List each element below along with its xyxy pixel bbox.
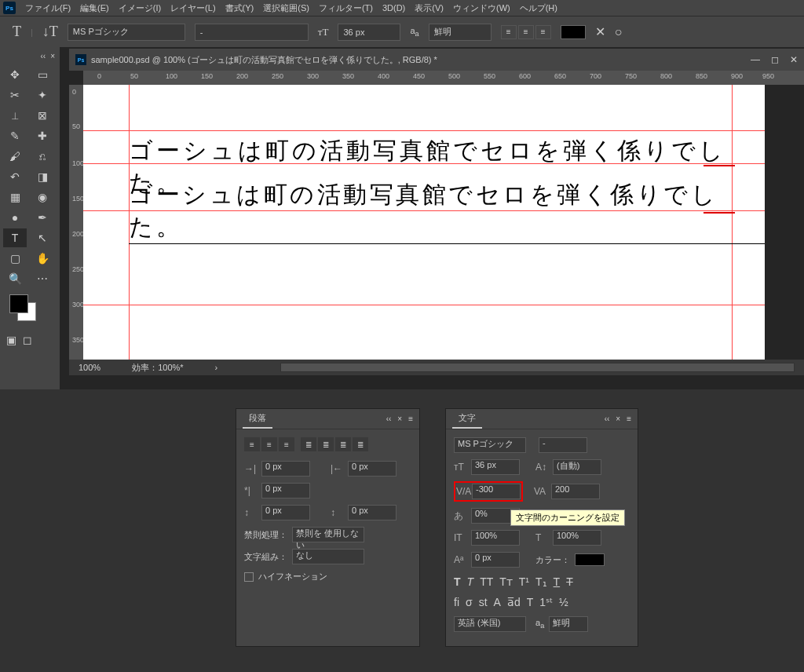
align-center-icon[interactable]: ≡ [518, 25, 534, 39]
char-kerning-input[interactable]: -300 [472, 484, 521, 499]
smallcaps-icon[interactable]: Tᴛ [499, 575, 513, 588]
text-tool-icon[interactable]: T [3, 228, 27, 247]
menu-filter[interactable]: フィルター(T) [319, 2, 373, 14]
wand-tool-icon[interactable]: ✦ [31, 86, 54, 104]
blur-tool-icon[interactable]: ◉ [31, 188, 54, 206]
char-vscale-input[interactable]: 100% [471, 530, 520, 546]
maximize-icon[interactable]: ◻ [771, 54, 779, 65]
collapse-icon[interactable]: ‹‹ [386, 415, 392, 423]
space-before-input[interactable]: 0 px [261, 505, 310, 520]
font-size-select[interactable]: 36 px [338, 24, 400, 41]
close-icon[interactable]: × [50, 52, 55, 60]
char-leading-input[interactable]: (自動) [553, 459, 601, 475]
close-icon[interactable]: × [397, 415, 402, 423]
sigma-icon[interactable]: σ [466, 596, 473, 608]
menu-image[interactable]: イメージ(I) [119, 2, 161, 14]
indent-first-input[interactable]: 0 px [261, 483, 310, 499]
align-left-icon[interactable]: ≡ [501, 25, 517, 39]
st-icon[interactable]: st [479, 596, 488, 608]
frac-icon[interactable]: ½ [559, 596, 568, 608]
indent-left-input[interactable]: 0 px [261, 461, 310, 477]
hand-tool-icon[interactable]: ✋ [31, 249, 54, 268]
heal-tool-icon[interactable]: ✚ [31, 126, 54, 145]
char-color-swatch[interactable] [575, 553, 605, 566]
collapse-icon[interactable]: ‹‹ [605, 415, 610, 423]
eyedropper-tool-icon[interactable]: ✎ [3, 126, 27, 145]
canvas[interactable]: ゴーシュは町の活動写真館でセロを弾く係りでした。 ゴーシュは町の活動写真館でセロ… [83, 85, 765, 360]
oldt-icon[interactable]: T [527, 596, 534, 608]
menu-icon[interactable]: ≡ [627, 415, 631, 423]
char-hscale-input[interactable]: 100% [553, 530, 601, 546]
lasso-tool-icon[interactable]: ✂ [3, 86, 27, 104]
italic-icon[interactable]: T [467, 575, 474, 588]
justify-left-icon[interactable]: ≣ [301, 437, 316, 451]
scrollbar[interactable] [280, 363, 795, 372]
zoom-level[interactable]: 100% [79, 363, 100, 372]
char-size-input[interactable]: 36 px [471, 459, 520, 475]
space-after-input[interactable]: 0 px [348, 505, 397, 520]
1st-icon[interactable]: 1ˢᵗ [539, 596, 553, 608]
stamp-tool-icon[interactable]: ⎌ [31, 147, 54, 166]
quickmask-icon[interactable]: ▣ [6, 334, 16, 346]
move-tool-icon[interactable]: ✥ [3, 65, 27, 84]
fi-icon[interactable]: fi [454, 596, 459, 608]
gradient-tool-icon[interactable]: ▦ [3, 188, 27, 206]
color-swatches[interactable] [0, 291, 60, 331]
eraser-tool-icon[interactable]: ◨ [31, 167, 54, 186]
path-tool-icon[interactable]: ↖ [31, 228, 54, 247]
ad-icon[interactable]: a̅d [507, 596, 521, 608]
justify-center-icon[interactable]: ≣ [318, 437, 334, 451]
indent-right-input[interactable]: 0 px [348, 461, 397, 477]
zoom-tool-icon[interactable]: 🔍 [3, 269, 27, 288]
dodge-tool-icon[interactable]: ● [3, 208, 27, 227]
panel-tab-paragraph[interactable]: 段落 [243, 409, 272, 429]
mojikumi-select[interactable]: なし [292, 549, 364, 564]
strike-icon[interactable]: T [566, 575, 573, 588]
menu-file[interactable]: ファイル(F) [25, 2, 71, 14]
collapse-icon[interactable]: ‹‹ [40, 52, 46, 60]
menu-icon[interactable]: ≡ [408, 415, 413, 423]
caps-icon[interactable]: TT [480, 575, 493, 588]
frame-tool-icon[interactable]: ⊠ [31, 106, 54, 125]
minimize-icon[interactable]: — [751, 54, 760, 65]
menu-3d[interactable]: 3D(D) [382, 3, 405, 13]
menu-edit[interactable]: 編集(E) [80, 2, 109, 14]
char-aa-select[interactable]: 鮮明 [549, 616, 588, 632]
shape-tool-icon[interactable]: ▢ [3, 249, 27, 268]
text-orient-icon[interactable]: ↓T [42, 24, 58, 40]
justify-right-icon[interactable]: ≣ [335, 437, 351, 451]
canvas-text-2[interactable]: ゴーシュは町の活動写真館でセロを弾く係りでした。 [129, 179, 765, 244]
fg-color-swatch[interactable] [9, 294, 28, 313]
char-lang-select[interactable]: 英語 (米国) [454, 616, 526, 632]
align-right-icon[interactable]: ≡ [279, 437, 294, 451]
aa-select[interactable]: 鮮明 [429, 24, 492, 41]
kinsoku-select[interactable]: 禁則を 使用しない [292, 527, 364, 542]
screenmode-icon[interactable]: ◻ [23, 334, 32, 346]
font-style-select[interactable]: - [195, 24, 309, 41]
justify-all-icon[interactable]: ≣ [353, 437, 368, 451]
bold-icon[interactable]: T [454, 575, 461, 588]
char-tracking-input[interactable]: 200 [551, 484, 600, 499]
panel-tab-character[interactable]: 文字 [452, 409, 482, 429]
menu-type[interactable]: 書式(Y) [225, 2, 254, 14]
font-family-select[interactable]: MS Pゴシック [68, 24, 185, 41]
align-right-icon[interactable]: ≡ [535, 25, 551, 39]
align-center-icon[interactable]: ≡ [261, 437, 277, 451]
menu-help[interactable]: ヘルプ(H) [520, 2, 557, 14]
super-icon[interactable]: T¹ [519, 575, 529, 588]
char-baseline-input[interactable]: 0 px [471, 552, 520, 568]
chevron-right-icon[interactable]: › [215, 363, 218, 372]
sub-icon[interactable]: T₁ [535, 575, 547, 588]
menu-view[interactable]: 表示(V) [415, 2, 444, 14]
history-tool-icon[interactable]: ↶ [3, 167, 27, 186]
commit-icon[interactable]: ○ [615, 25, 623, 39]
more-tool-icon[interactable]: ⋯ [31, 269, 54, 288]
char-font-select[interactable]: MS Pゴシック [454, 437, 526, 453]
menu-layer[interactable]: レイヤー(L) [170, 2, 215, 14]
close-window-icon[interactable]: ✕ [790, 54, 798, 65]
text-color-swatch[interactable] [561, 25, 586, 39]
crop-tool-icon[interactable]: ⟂ [3, 106, 27, 125]
char-style-select[interactable]: - [539, 437, 587, 453]
brush-tool-icon[interactable]: 🖌 [3, 147, 27, 166]
menu-select[interactable]: 選択範囲(S) [263, 2, 309, 14]
